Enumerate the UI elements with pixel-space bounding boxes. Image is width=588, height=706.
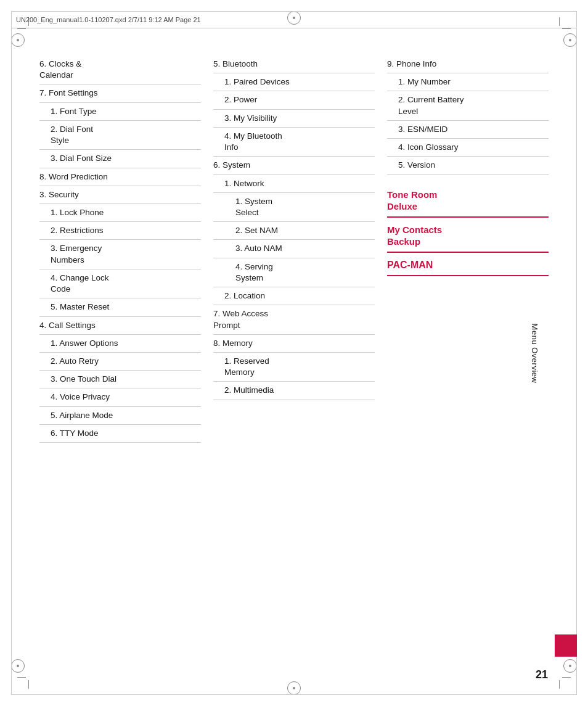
list-item: 4. Voice Privacy xyxy=(39,388,201,406)
list-item: 1. Network xyxy=(213,175,375,193)
list-item: 3. Security xyxy=(39,186,201,204)
sidebar-red-bar xyxy=(555,634,577,657)
list-item: 9. Phone Info xyxy=(387,55,549,73)
sidebar-label: Menu Overview xyxy=(530,323,539,383)
list-item: 1. Answer Options xyxy=(39,335,201,353)
my-contacts-backup-label: My Contacts Backup xyxy=(387,224,549,253)
list-item: 4. Change Lock Code xyxy=(39,269,201,298)
list-item: 2. Restrictions xyxy=(39,222,201,240)
list-item: 7. Font Settings xyxy=(39,84,201,102)
list-item: 1. Reserved Memory xyxy=(213,353,375,382)
list-item: 4. My Bluetooth Info xyxy=(213,128,375,157)
list-item: 5. Airplane Mode xyxy=(39,407,201,425)
list-item: 7. Web Access Prompt xyxy=(213,305,375,334)
list-item: 4. Call Settings xyxy=(39,317,201,335)
main-content: 6. Clocks & Calendar7. Font Settings1. F… xyxy=(37,55,551,657)
list-item: 5. Version xyxy=(387,157,549,174)
column-1: 6. Clocks & Calendar7. Font Settings1. F… xyxy=(37,55,207,657)
list-item: 5. Bluetooth xyxy=(213,55,375,73)
list-item: 2. Power xyxy=(213,91,375,109)
list-item: 3. Emergency Numbers xyxy=(39,240,201,269)
list-item: 2. Multimedia xyxy=(213,382,375,400)
list-item: 3. ESN/MEID xyxy=(387,121,549,139)
pac-man-label: PAC-MAN xyxy=(387,259,549,277)
list-item: 1. Paired Devices xyxy=(213,73,375,91)
page-number: 21 xyxy=(536,668,548,681)
list-item: 1. System Select xyxy=(213,193,375,222)
list-item: 6. System xyxy=(213,157,375,174)
list-item: 8. Word Prediction xyxy=(39,168,201,186)
list-item: 8. Memory xyxy=(213,335,375,353)
list-item: 1. My Number xyxy=(387,73,549,91)
sidebar-area: Menu Overview xyxy=(555,49,577,657)
list-item: 5. Master Reset xyxy=(39,298,201,316)
list-item: 2. Location xyxy=(213,287,375,305)
list-item: 3. One Touch Dial xyxy=(39,371,201,388)
column-3: 9. Phone Info1. My Number2. Current Batt… xyxy=(381,55,551,657)
list-item: 3. Dial Font Size xyxy=(39,150,201,168)
list-item: 4. Icon Glossary xyxy=(387,139,549,157)
list-item: 3. Auto NAM xyxy=(213,240,375,258)
column-2: 5. Bluetooth1. Paired Devices2. Power3. … xyxy=(207,55,381,657)
list-item: 2. Current Battery Level xyxy=(387,91,549,120)
list-item: 3. My Visibility xyxy=(213,110,375,128)
list-item: 6. TTY Mode xyxy=(39,425,201,443)
list-item: 2. Dial Font Style xyxy=(39,121,201,150)
tone-room-deluxe-label: Tone Room Deluxe xyxy=(387,189,549,218)
list-item: 1. Font Type xyxy=(39,103,201,121)
list-item: 1. Lock Phone xyxy=(39,204,201,222)
list-item: 4. Serving System xyxy=(213,258,375,287)
list-item: 2. Set NAM xyxy=(213,222,375,240)
list-item: 2. Auto Retry xyxy=(39,353,201,371)
list-item: 6. Clocks & Calendar xyxy=(39,55,201,84)
